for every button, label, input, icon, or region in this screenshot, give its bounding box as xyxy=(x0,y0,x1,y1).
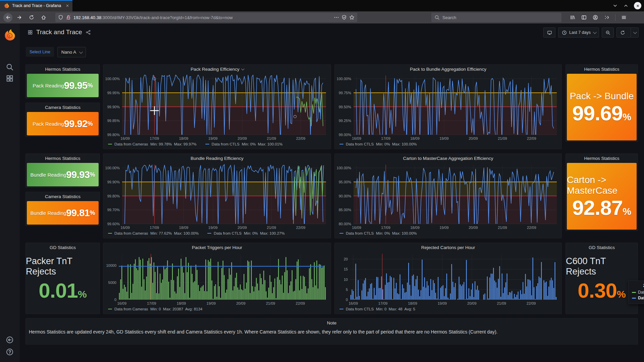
url-bar[interactable]: 192.168.40.38:3000/d/IMY-33VGk/track-and… xyxy=(55,13,357,22)
bar xyxy=(284,272,285,300)
bar xyxy=(256,278,257,300)
legend-item[interactable]: Data from CamerasMin: 77.62% Max: 100.00… xyxy=(108,231,199,235)
bar xyxy=(172,263,173,300)
stat-gradient-box: Carton -> MasterCase92.87% xyxy=(567,163,637,230)
panel-title[interactable]: Bundle Reading Efficiency xyxy=(103,154,331,163)
stat-panel[interactable]: Camera StatisticsBundle Reading99.81% xyxy=(25,192,100,226)
legend-item[interactable]: Data from CTLSMin: 0% Max: 100.27% xyxy=(207,231,285,235)
x-axis-tick: 21/09 xyxy=(266,301,275,305)
chart-canvas[interactable]: 100005000016/0917/0918/0919/0920/0921/09… xyxy=(103,252,331,306)
search-bar[interactable]: Search xyxy=(431,13,561,22)
bar xyxy=(273,287,274,300)
bar xyxy=(452,282,453,300)
bar xyxy=(354,299,355,300)
browser-tab-active[interactable]: Track and Trace - Grafana xyxy=(0,0,72,11)
panel-title[interactable]: Rejected Cartons per Hour xyxy=(335,243,561,252)
bar xyxy=(374,288,374,300)
tab-scroll-up-icon[interactable] xyxy=(623,3,629,8)
y-axis-tick: 15 xyxy=(344,267,348,271)
account-icon[interactable] xyxy=(590,13,600,22)
note-panel[interactable]: Note Hermos Statistics are updated every… xyxy=(25,318,638,345)
y-axis-tick: 5 xyxy=(346,288,348,292)
stat-panel[interactable]: GD StatisticsPacker TnT Rejects0.01% xyxy=(25,243,100,314)
pocket-shield-icon[interactable] xyxy=(341,15,347,20)
page-actions-dots-icon[interactable] xyxy=(334,15,339,20)
legend-item[interactable]: Data from CamerasMin: 99.78% Max: 99.97% xyxy=(108,142,197,146)
chart-panel[interactable]: Pack to Bundle Aggregation Efficiency100… xyxy=(334,64,562,149)
bookmark-star-icon[interactable] xyxy=(349,15,355,20)
bar xyxy=(443,285,443,300)
bar xyxy=(160,274,160,300)
bar xyxy=(261,278,262,300)
bar xyxy=(401,299,401,300)
library-icon[interactable] xyxy=(568,13,578,22)
home-button[interactable] xyxy=(39,13,49,22)
chart-panel[interactable]: Bundle Reading Efficiency100.00%99.90%99… xyxy=(103,154,331,238)
window-close-button[interactable] xyxy=(634,2,641,9)
chart-panel[interactable]: Carton to MasterCase Aggregation Efficie… xyxy=(334,154,562,238)
back-button[interactable] xyxy=(3,13,12,22)
legend-item[interactable]: Data from CTLSMin: 0 Max: 48 Avg: 5 xyxy=(339,307,415,311)
panel-title[interactable]: Packet Triggers per Hour xyxy=(103,243,331,252)
panel-title[interactable]: Pack Reading Efficiency xyxy=(103,65,331,73)
legend-series-name: Data from CTLS xyxy=(346,142,374,146)
tooltip-series-name: Data from Cameras: xyxy=(638,290,644,295)
bar xyxy=(382,290,383,300)
bar xyxy=(489,278,490,300)
bar xyxy=(173,280,174,300)
extension-icon[interactable] xyxy=(602,13,612,22)
chart-canvas[interactable]: 100.00%99.75%99.50%99.25%99.00%16/0917/0… xyxy=(335,73,561,141)
bar xyxy=(512,291,512,300)
tracking-protection-shield-icon[interactable] xyxy=(58,15,63,20)
insecure-lock-icon[interactable] xyxy=(66,15,71,20)
bar xyxy=(134,264,135,300)
y-axis-tick: 100.00% xyxy=(337,166,352,170)
stat-panel[interactable]: Camera StatisticsPack Reading99.92% xyxy=(25,103,100,137)
bar xyxy=(370,284,371,300)
stat-value: 99.69 xyxy=(572,102,623,125)
x-axis-tick: 21/09 xyxy=(267,226,276,230)
stat-panel[interactable]: Hermos StatisticsPack Reading99.95% xyxy=(25,64,100,99)
panel-title[interactable]: Pack to Bundle Aggregation Efficiency xyxy=(335,65,561,73)
sidebars-icon[interactable] xyxy=(579,13,589,22)
stat-panel[interactable]: GD StatisticsC600 TnT Rejects0.30%2021-0… xyxy=(566,243,638,314)
bar xyxy=(536,286,537,300)
tab-scroll-down-icon[interactable] xyxy=(612,3,618,8)
chart-panel[interactable]: Rejected Cartons per Hour2015105016/0917… xyxy=(334,243,562,314)
bar xyxy=(236,273,237,300)
legend-item[interactable]: Data from CTLSMin: 0% Max: 100.00% xyxy=(339,142,417,146)
bar xyxy=(505,282,506,300)
chart-canvas[interactable]: 100.00%99.90%99.80%99.70%99.60%16/0917/0… xyxy=(103,163,331,231)
menu-hamburger-icon[interactable] xyxy=(619,13,629,22)
chart-panel[interactable]: Pack Reading Efficiency100.00%99.95%99.9… xyxy=(103,64,331,149)
x-axis-tick: 18/09 xyxy=(410,136,420,140)
panel-title[interactable]: Carton to MasterCase Aggregation Efficie… xyxy=(335,154,561,163)
legend-item[interactable]: Data from CTLSMin: 0% Max: 100.01% xyxy=(205,142,283,146)
bar xyxy=(170,298,170,300)
bar xyxy=(476,290,477,300)
forward-button[interactable] xyxy=(14,13,24,22)
bar xyxy=(194,281,195,300)
bar xyxy=(234,286,234,300)
chart-canvas[interactable]: 100.00%99.95%99.90%99.85%99.80%16/0917/0… xyxy=(103,73,331,141)
stat-panel[interactable]: Hermos StatisticsPack -> Bundle99.69% xyxy=(566,64,638,142)
chart-panel[interactable]: Packet Triggers per Hour100005000016/091… xyxy=(103,243,331,314)
legend-item[interactable]: Data from CTLSMin: 0% Max: 100.00% xyxy=(339,231,417,235)
chart-canvas[interactable]: 100.00%95.00%90.00%85.00%80.00%16/0917/0… xyxy=(335,163,561,231)
chart-canvas[interactable]: 2015105016/0917/0918/0919/0920/0921/0922… xyxy=(335,252,561,306)
legend-series-stats: Min: 0% Max: 100.01% xyxy=(242,142,282,146)
new-tab-button[interactable] xyxy=(72,3,80,8)
legend-item[interactable]: Data from CamerasMin: 0 Max: 20387 Avg: … xyxy=(108,307,202,311)
stat-panel[interactable]: Hermos StatisticsBundle Reading99.93% xyxy=(25,154,100,188)
bar xyxy=(265,280,265,300)
reload-button[interactable] xyxy=(26,13,37,22)
bar xyxy=(218,262,218,300)
bar xyxy=(161,283,162,300)
bar xyxy=(263,270,264,300)
stat-panel[interactable]: Hermos StatisticsCarton -> MasterCase92.… xyxy=(566,154,638,231)
tab-close-icon[interactable] xyxy=(65,3,70,8)
legend-series-name: Data from CTLS xyxy=(212,142,239,146)
bar xyxy=(125,287,126,300)
stat-gradient-box: Bundle Reading99.93% xyxy=(27,163,99,186)
bar xyxy=(421,290,421,300)
